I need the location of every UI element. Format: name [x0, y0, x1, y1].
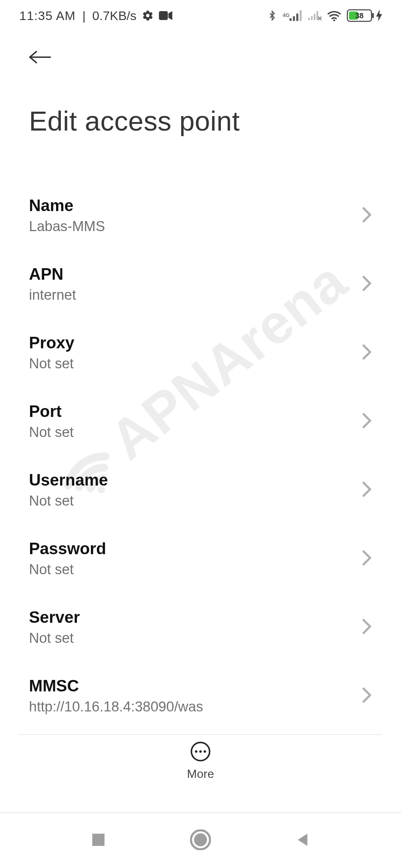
nav-back-button[interactable] [294, 832, 311, 849]
settings-item-value: internet [29, 287, 76, 303]
settings-item-value: Not set [29, 562, 106, 578]
settings-item-label: Proxy [29, 333, 74, 352]
settings-item-label: Name [29, 196, 105, 215]
svg-rect-16 [92, 834, 104, 846]
svg-rect-8 [314, 14, 316, 20]
settings-item-value: Not set [29, 356, 74, 372]
more-button[interactable]: More [187, 741, 214, 781]
settings-item-label: Username [29, 471, 108, 489]
settings-item-label: Server [29, 608, 80, 627]
settings-item-text: ServerNot set [29, 608, 80, 646]
nav-home-button[interactable] [190, 829, 211, 852]
chevron-right-icon [362, 550, 372, 568]
chevron-right-icon [362, 275, 372, 293]
bluetooth-icon [267, 9, 277, 23]
chevron-right-icon [362, 618, 372, 636]
triangle-left-icon [294, 832, 311, 848]
settings-item-server[interactable]: ServerNot set [29, 593, 372, 662]
settings-item-text: ProxyNot set [29, 333, 74, 372]
circle-icon [190, 829, 211, 850]
settings-item-value: http://10.16.18.4:38090/was [29, 699, 203, 715]
svg-rect-6 [308, 18, 310, 20]
svg-point-18 [194, 834, 207, 846]
settings-item-value: Labas-MMS [29, 218, 105, 234]
charging-bolt-icon [376, 10, 382, 22]
settings-item-apn[interactable]: APNinternet [29, 250, 372, 319]
settings-item-password[interactable]: PasswordNot set [29, 525, 372, 593]
status-bar: 11:35 AM | 0.7KB/s 4G [0, 0, 401, 31]
chevron-right-icon [362, 207, 372, 224]
status-left: 11:35 AM | 0.7KB/s [19, 9, 172, 23]
system-nav-bar [0, 812, 401, 868]
status-right: 4G [267, 9, 382, 23]
chevron-right-icon [362, 687, 372, 705]
settings-item-port[interactable]: PortNot set [29, 387, 372, 456]
gear-icon [142, 10, 154, 22]
svg-point-10 [333, 19, 335, 21]
settings-item-value: Not set [29, 424, 74, 440]
settings-item-text: MMSChttp://10.16.18.4:38090/was [29, 677, 203, 715]
battery-indicator: 38 [347, 9, 382, 22]
battery-percent: 38 [348, 11, 371, 20]
divider [19, 734, 382, 735]
svg-point-13 [195, 750, 198, 753]
chevron-right-icon [362, 412, 372, 430]
svg-rect-1 [159, 11, 168, 20]
settings-item-text: PortNot set [29, 402, 74, 440]
svg-rect-7 [311, 16, 313, 20]
settings-item-text: APNinternet [29, 265, 76, 303]
svg-rect-2 [290, 18, 291, 21]
nav-recent-button[interactable] [90, 832, 107, 849]
settings-item-text: UsernameNot set [29, 471, 108, 509]
square-icon [90, 832, 107, 848]
settings-item-label: APN [29, 265, 76, 283]
settings-item-text: NameLabas-MMS [29, 196, 105, 234]
more-label: More [187, 767, 214, 781]
network-type-label: 4G [283, 12, 290, 18]
chevron-right-icon [362, 344, 372, 362]
settings-item-name[interactable]: NameLabas-MMS [29, 181, 372, 250]
signal-sim2 [308, 10, 322, 21]
status-time: 11:35 AM [19, 9, 76, 23]
settings-item-label: Port [29, 402, 74, 421]
status-separator: | [82, 9, 86, 23]
status-data-rate: 0.7KB/s [92, 9, 137, 23]
bottom-action-bar: More [0, 734, 401, 801]
chevron-right-icon [362, 481, 372, 499]
back-button[interactable] [29, 49, 51, 65]
settings-item-value: Not set [29, 493, 108, 509]
settings-item-proxy[interactable]: ProxyNot set [29, 319, 372, 387]
signal-sim1: 4G [283, 10, 303, 21]
camera-icon [159, 11, 172, 20]
wifi-icon [327, 10, 342, 22]
settings-item-username[interactable]: UsernameNot set [29, 456, 372, 525]
settings-item-label: MMSC [29, 677, 203, 695]
svg-rect-5 [300, 10, 301, 21]
settings-item-value: Not set [29, 630, 80, 646]
svg-rect-4 [296, 14, 298, 21]
svg-rect-3 [293, 16, 295, 21]
svg-point-15 [203, 750, 206, 753]
settings-item-label: Password [29, 539, 106, 558]
app-bar: Edit access point [0, 31, 401, 137]
svg-point-14 [199, 750, 202, 753]
settings-item-mmsc[interactable]: MMSChttp://10.16.18.4:38090/was [29, 662, 372, 730]
arrow-left-icon [29, 49, 51, 65]
more-horizontal-icon [190, 741, 211, 762]
svg-rect-9 [317, 11, 319, 20]
settings-item-text: PasswordNot set [29, 539, 106, 578]
settings-list: NameLabas-MMSAPNinternetProxyNot setPort… [0, 181, 401, 799]
page-title: Edit access point [29, 105, 372, 137]
